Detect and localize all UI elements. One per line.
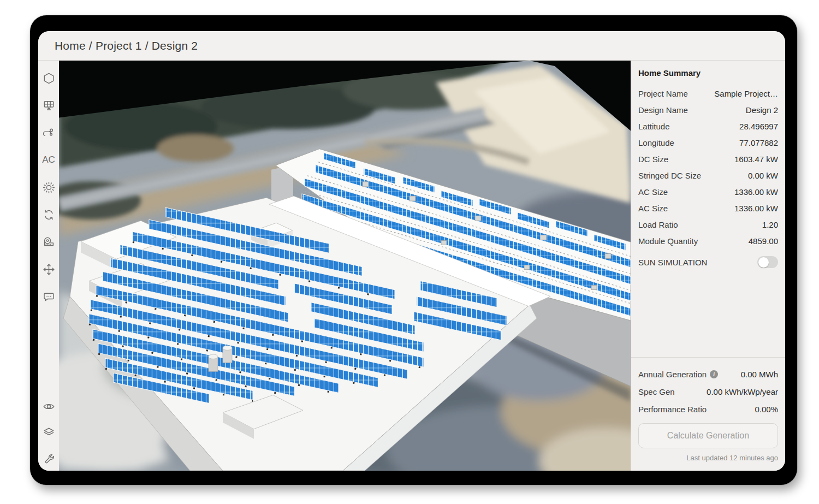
scene-canvas: [59, 61, 631, 471]
panel-title: Home Summary: [638, 68, 778, 78]
rotate-view-icon[interactable]: [41, 207, 56, 222]
sun-simulation-row: SUN SIMULATION: [638, 253, 778, 271]
spec-gen-value: 0.00 kWh/kWp/year: [707, 387, 778, 396]
performance-ratio-label: Performance Ratio: [638, 405, 707, 414]
3d-viewport[interactable]: [59, 61, 631, 471]
spec-gen-row: Spec Gen 0.00 kWh/kWp/year: [638, 383, 778, 400]
panel-divider: [631, 357, 785, 358]
solar-panel-icon[interactable]: [41, 98, 56, 113]
titlebar: Home / Project 1 / Design 2: [38, 31, 785, 61]
sun-simulation-icon[interactable]: [41, 180, 56, 195]
summary-row-load-ratio: Load Ratio 1.20: [638, 216, 778, 233]
app-window-frame: Home / Project 1 / Design 2: [30, 15, 797, 485]
annual-generation-value: 0.00 MWh: [741, 370, 778, 379]
spec-gen-label: Spec Gen: [638, 387, 675, 396]
summary-row-longitude: Longitude 77.077882: [638, 134, 778, 151]
visibility-eye-icon[interactable]: [41, 399, 56, 414]
app-window: Home / Project 1 / Design 2: [38, 31, 785, 471]
comments-icon[interactable]: [41, 289, 56, 304]
ac-sizing-icon[interactable]: AC: [41, 152, 56, 168]
performance-ratio-row: Performance Ratio 0.00%: [638, 400, 778, 418]
summary-row-module-quantity: Module Quantity 4859.00: [638, 233, 778, 249]
summary-row-project-name: Project Name Sample Project…: [638, 85, 778, 102]
toggle-knob: [758, 257, 769, 268]
layers-icon[interactable]: [41, 424, 56, 439]
draw-roof-hexagon-icon[interactable]: [41, 70, 56, 86]
summary-row-latitude: Lattitude 28.496997: [638, 118, 778, 134]
stringing-icon[interactable]: [41, 125, 56, 140]
summary-row-ac-size-2: AC Size 1336.00 kW: [638, 200, 778, 216]
measure-tape-icon[interactable]: [41, 234, 56, 250]
breadcrumb[interactable]: Home / Project 1 / Design 2: [55, 39, 198, 52]
settings-wrench-icon[interactable]: [41, 449, 56, 464]
summary-panel: Home Summary Project Name Sample Project…: [631, 61, 785, 471]
summary-row-ac-size-1: AC Size 1336.00 kW: [638, 183, 778, 200]
summary-row-design-name: Design Name Design 2: [638, 102, 778, 118]
sun-simulation-label: SUN SIMULATION: [638, 258, 707, 267]
move-icon[interactable]: [41, 262, 56, 277]
last-updated-text: Last updated 12 minutes ago: [638, 454, 778, 462]
summary-row-dc-size: DC Size 1603.47 kW: [638, 151, 778, 167]
summary-row-stringed-dc-size: Stringed DC Size 0.00 kW: [638, 167, 778, 183]
annual-generation-label: Annual Generation: [638, 370, 707, 379]
calculate-generation-button[interactable]: Calculate Generation: [638, 423, 778, 448]
performance-ratio-value: 0.00%: [755, 405, 778, 414]
sun-simulation-toggle[interactable]: [757, 256, 778, 268]
annual-generation-row: Annual Generationi 0.00 MWh: [638, 365, 778, 383]
left-toolbar: AC: [38, 61, 59, 471]
info-icon[interactable]: i: [710, 370, 718, 378]
